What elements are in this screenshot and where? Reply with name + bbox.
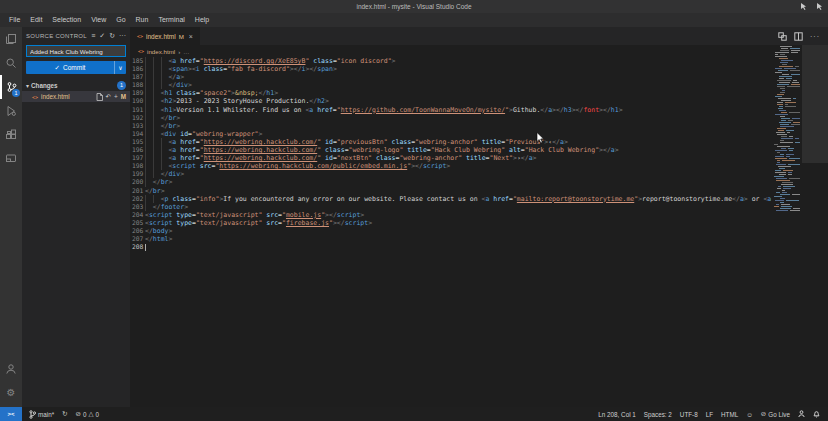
branch-status[interactable]: main*: [29, 410, 54, 419]
line-number-gutter: 1851861871881891901911921931941951961971…: [132, 57, 143, 251]
language-mode[interactable]: HTML: [721, 411, 738, 418]
menu-file[interactable]: File: [4, 13, 25, 27]
indent-guide: [145, 106, 153, 114]
commit-check-icon[interactable]: ✓: [99, 32, 105, 40]
changed-file-row[interactable]: <> index.html ↶ + M: [22, 91, 130, 102]
code-area[interactable]: 1851861871881891901911921931941951961971…: [130, 57, 828, 407]
line-number: 200: [132, 178, 143, 186]
more-actions-icon[interactable]: ···: [119, 32, 126, 40]
cursor-position[interactable]: Ln 208, Col 1: [598, 411, 635, 418]
code-line[interactable]: </div>: [145, 81, 772, 89]
code-line[interactable]: </body>: [145, 227, 772, 235]
refresh-icon[interactable]: ↻: [109, 32, 115, 40]
breadcrumb[interactable]: <> index.html › …: [130, 45, 798, 57]
editor-scrollbar[interactable]: [802, 45, 828, 407]
breadcrumb-more[interactable]: …: [183, 48, 189, 55]
menu-run[interactable]: Run: [131, 13, 154, 27]
menu-view[interactable]: View: [86, 13, 111, 27]
mouse-cursor: [536, 132, 545, 144]
indent-guide: [145, 162, 153, 170]
code-line[interactable]: <h1>Version 1.1 Whilster. Find us on <a …: [145, 106, 772, 114]
tab-close-icon[interactable]: ×: [189, 33, 193, 40]
stage-changes-icon[interactable]: +: [114, 93, 118, 100]
explorer-icon[interactable]: [0, 27, 22, 51]
code-line[interactable]: [145, 243, 772, 251]
line-number: 189: [132, 89, 143, 97]
code-line[interactable]: <a href="https://webring.hackclub.com/" …: [145, 146, 772, 154]
encoding[interactable]: UTF-8: [680, 411, 698, 418]
extensions-icon[interactable]: [0, 123, 22, 147]
indentation[interactable]: Spaces: 2: [644, 411, 672, 418]
code-line[interactable]: <h2>2013 - 2023 StoryHouse Production.</…: [145, 97, 772, 105]
line-number: 192: [132, 114, 143, 122]
code-line[interactable]: <script type="text/javascript" src="mobi…: [145, 211, 772, 219]
commit-button[interactable]: ✓ Commit ∨: [26, 61, 126, 74]
line-number: 190: [132, 97, 143, 105]
sync-status[interactable]: ↻: [62, 410, 67, 418]
code-line[interactable]: <h1 class="space2">&nbsp;</h1>: [145, 89, 772, 97]
indent-guide: [145, 89, 153, 97]
view-as-list-icon[interactable]: ≡: [91, 32, 95, 40]
code-line[interactable]: <p class="info">If you encountered any e…: [145, 195, 772, 203]
code-line[interactable]: </br>: [145, 178, 772, 186]
run-debug-icon[interactable]: [0, 99, 22, 123]
code-line[interactable]: <div id="webring-wrapper">: [145, 130, 772, 138]
code-line[interactable]: </br>: [145, 187, 772, 195]
code-line[interactable]: </div>: [145, 170, 772, 178]
split-editor-icon[interactable]: [794, 32, 803, 41]
remote-explorer-icon[interactable]: [0, 147, 22, 171]
notifications-bell-icon[interactable]: [813, 410, 820, 418]
indent-guide: [153, 122, 161, 130]
tab-index-html[interactable]: <> index.html M ×: [130, 27, 200, 45]
commit-message-input[interactable]: [26, 45, 126, 57]
indent-guide: [145, 73, 153, 81]
search-icon[interactable]: [0, 51, 22, 75]
menu-edit[interactable]: Edit: [25, 13, 47, 27]
code-line[interactable]: <a href="https://webring.hackclub.com/" …: [145, 138, 772, 146]
scrollbar-thumb[interactable]: [802, 45, 828, 163]
accounts-icon[interactable]: [0, 357, 22, 381]
code-line[interactable]: </br>: [145, 114, 772, 122]
indent-guide: [145, 195, 153, 203]
open-changes-icon[interactable]: [778, 32, 787, 41]
feedback-icon[interactable]: ☺: [746, 411, 753, 418]
remote-indicator[interactable]: ><: [0, 407, 22, 421]
changes-section-header[interactable]: ▾ Changes 1: [22, 79, 130, 91]
code-content[interactable]: <a href="https://discord.gg/XeE85yB" cla…: [145, 57, 772, 251]
menu-terminal[interactable]: Terminal: [153, 13, 189, 27]
line-number: 202: [132, 195, 143, 203]
window-controls[interactable]: [800, 2, 823, 11]
code-line[interactable]: <span><i class="fab fa-discord"></i></sp…: [145, 65, 772, 73]
settings-gear-icon[interactable]: ⚙: [0, 381, 22, 405]
discard-changes-icon[interactable]: ↶: [106, 93, 111, 101]
eol-sequence[interactable]: LF: [706, 411, 713, 418]
pointer-icon[interactable]: [816, 2, 823, 11]
minimap[interactable]: [773, 46, 800, 212]
code-line[interactable]: </br>: [145, 122, 772, 130]
sync-icon: ↻: [62, 410, 67, 418]
go-live-button[interactable]: ⊘ Go Live: [761, 410, 790, 418]
menu-go[interactable]: Go: [111, 13, 130, 27]
indent-guide: [145, 114, 153, 122]
problems-status[interactable]: ⊘ 0 △ 0: [76, 410, 99, 418]
menu-help[interactable]: Help: [190, 13, 214, 27]
pointer-icon[interactable]: [800, 2, 807, 11]
indent-guide: [153, 57, 161, 65]
code-line[interactable]: <script src="https://webring.hackclub.co…: [145, 162, 772, 170]
code-line[interactable]: </a>: [145, 73, 772, 81]
menu-selection[interactable]: Selection: [47, 13, 86, 27]
line-number: 198: [132, 162, 143, 170]
person-icon[interactable]: [798, 410, 805, 418]
code-line[interactable]: </html>: [145, 235, 772, 243]
commit-dropdown-button[interactable]: ∨: [114, 61, 126, 74]
breadcrumb-file[interactable]: index.html: [147, 48, 175, 55]
source-control-icon[interactable]: 1: [0, 75, 22, 99]
code-line[interactable]: <a href="https://discord.gg/XeE85yB" cla…: [145, 57, 772, 65]
open-file-icon[interactable]: [96, 93, 103, 101]
editor-more-actions-icon[interactable]: ···: [810, 33, 820, 40]
code-line[interactable]: </footer>: [145, 203, 772, 211]
html-file-icon: <>: [32, 94, 38, 100]
code-line[interactable]: <a href="https://webring.hackclub.com/" …: [145, 154, 772, 162]
line-number: 188: [132, 81, 143, 89]
code-line[interactable]: <script type="text/javascript" src="fire…: [145, 219, 772, 227]
